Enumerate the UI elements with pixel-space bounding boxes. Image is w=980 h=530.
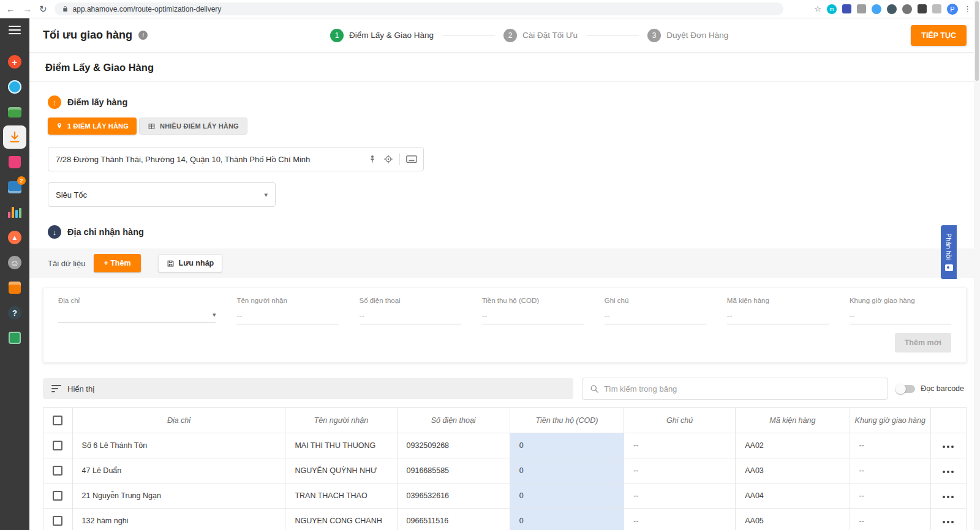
cell-cod[interactable]: 0 — [510, 509, 624, 530]
cell-phone[interactable]: 0966511516 — [397, 509, 510, 530]
row-actions-icon[interactable] — [940, 443, 956, 450]
add-button[interactable]: + Thêm — [94, 254, 140, 272]
cell-address[interactable]: 132 hàm nghi — [72, 509, 285, 530]
cell-recipient[interactable]: NGUYEN CONG CHANH — [285, 509, 397, 530]
cell-recipient[interactable]: NGUYỄN QUỲNH NHƯ — [285, 458, 397, 483]
select-all-checkbox[interactable] — [53, 416, 62, 425]
forward-icon[interactable]: → — [23, 4, 32, 14]
sidebar-item-community[interactable] — [3, 326, 26, 349]
sidebar-item-referral[interactable]: ▲ — [3, 226, 26, 249]
cell-package-code[interactable]: AA02 — [736, 433, 850, 458]
row-checkbox[interactable] — [53, 441, 62, 450]
row-checkbox[interactable] — [53, 491, 62, 501]
column-header-phone[interactable]: Số điện thoại — [397, 408, 510, 433]
download-extension-icon[interactable] — [857, 4, 866, 13]
cell-cod[interactable]: 0 — [510, 433, 624, 458]
scrollbar-thumb[interactable] — [975, 1, 979, 81]
cell-package-code[interactable]: AA05 — [736, 509, 850, 530]
column-header-note[interactable]: Ghi chú — [624, 408, 736, 433]
puzzle-extension-icon[interactable] — [918, 4, 927, 13]
back-icon[interactable]: ← — [6, 4, 15, 14]
sidebar-item-route-optimization[interactable] — [3, 125, 26, 149]
column-header-recipient[interactable]: Tên người nhận — [285, 408, 397, 433]
extension-icon[interactable] — [842, 4, 851, 13]
extension-icon[interactable]: m — [827, 4, 837, 14]
bookmark-star-icon[interactable]: ☆ — [814, 4, 821, 13]
cell-recipient[interactable]: TRAN THACH THAO — [285, 483, 397, 509]
display-columns-button[interactable]: Hiển thị — [43, 378, 573, 399]
step-pickup-delivery[interactable]: 1 Điểm Lấy & Giao Hàng — [330, 29, 434, 42]
browser-menu-icon[interactable]: ⋮ — [963, 4, 971, 13]
continue-button[interactable]: TIẾP TỤC — [911, 25, 967, 46]
step-review-orders[interactable]: 3 Duyệt Đơn Hàng — [647, 29, 728, 42]
cell-note[interactable]: -- — [624, 433, 736, 458]
cell-package-code[interactable]: AA04 — [736, 483, 850, 509]
tab-single-pickup[interactable]: 1 ĐIỂM LẤY HÀNG — [48, 118, 137, 135]
cell-address[interactable]: Số 6 Lê Thánh Tôn — [72, 433, 285, 458]
package-code-input[interactable]: -- — [727, 311, 829, 324]
column-header-cod[interactable]: Tiền thu hộ (COD) — [510, 408, 624, 433]
save-draft-button[interactable]: Lưu nháp — [158, 254, 223, 272]
cell-package-code[interactable]: AA03 — [736, 458, 850, 483]
cell-recipient[interactable]: MAI THI THU THUONG — [285, 433, 397, 458]
cell-time-window[interactable]: -- — [850, 458, 930, 483]
add-new-button[interactable]: Thêm mới — [895, 333, 951, 353]
row-actions-icon[interactable] — [940, 518, 956, 526]
cell-note[interactable]: -- — [624, 483, 736, 509]
address-bar[interactable]: app.ahamove.com/route-optimization-deliv… — [55, 2, 783, 15]
cell-phone[interactable]: 0932509268 — [397, 433, 510, 458]
cell-phone[interactable]: 0396532616 — [397, 483, 510, 509]
cod-input[interactable]: -- — [482, 311, 584, 324]
column-header-address[interactable]: Địa chỉ — [72, 408, 285, 433]
sidebar-item-wallet[interactable] — [3, 100, 26, 124]
recipient-name-input[interactable]: -- — [236, 311, 338, 324]
sidebar-item-orders[interactable]: 2 — [3, 176, 26, 199]
feedback-tab[interactable]: Phản hồi — [941, 225, 957, 279]
sidebar-item-create-order[interactable]: + — [3, 50, 26, 73]
table-search-input[interactable] — [604, 384, 880, 394]
cell-phone[interactable]: 0916685585 — [397, 458, 510, 483]
cell-time-window[interactable]: -- — [850, 433, 930, 458]
cell-cod[interactable]: 0 — [510, 483, 624, 509]
phone-input[interactable]: -- — [360, 311, 461, 324]
pickup-address-input[interactable] — [48, 155, 368, 164]
cell-address[interactable]: 47 Lê Duẩn — [72, 458, 285, 483]
time-window-input[interactable]: -- — [850, 311, 951, 324]
row-actions-icon[interactable] — [940, 468, 956, 476]
cell-address[interactable]: 21 Nguyễn Trung Ngạn — [72, 483, 285, 509]
barcode-toggle[interactable] — [897, 385, 915, 393]
notes-extension-icon[interactable] — [932, 4, 941, 13]
cell-time-window[interactable]: -- — [850, 483, 930, 509]
sidebar-item-store[interactable] — [3, 276, 26, 299]
page-scrollbar[interactable] — [974, 0, 980, 530]
cell-note[interactable]: -- — [624, 458, 736, 483]
address-select[interactable]: ▾ — [58, 311, 216, 323]
profile-avatar[interactable]: P — [947, 4, 958, 15]
sidebar-item-statistics[interactable] — [3, 201, 26, 224]
sidebar-item-help[interactable]: ? — [3, 301, 26, 324]
sidebar-item-promotions[interactable] — [3, 151, 26, 174]
refresh-icon[interactable]: ↻ — [39, 4, 47, 15]
note-input[interactable]: -- — [605, 311, 706, 324]
step-optimization-settings[interactable]: 2 Cài Đặt Tối Ưu — [503, 29, 578, 42]
locate-target-icon[interactable] — [383, 154, 393, 164]
info-icon[interactable]: i — [138, 31, 148, 40]
row-checkbox[interactable] — [53, 516, 62, 526]
service-select[interactable]: Siêu Tốc ▾ — [48, 182, 276, 207]
cell-cod[interactable]: 0 — [510, 458, 624, 483]
account-extension-icon[interactable] — [902, 4, 912, 14]
shield-extension-icon[interactable] — [887, 4, 897, 14]
row-checkbox[interactable] — [53, 466, 62, 476]
column-header-time-window[interactable]: Khung giờ giao hàng — [850, 408, 930, 433]
cell-time-window[interactable]: -- — [850, 509, 930, 530]
sidebar-item-history[interactable] — [3, 75, 26, 99]
street-view-icon[interactable] — [368, 154, 377, 164]
keyboard-icon[interactable] — [406, 155, 417, 163]
tab-multiple-pickup[interactable]: NHIỀU ĐIỂM LẤY HÀNG — [139, 118, 247, 135]
sidebar-item-contacts[interactable]: ☺ — [3, 251, 26, 274]
menu-icon[interactable] — [9, 26, 21, 34]
chat-extension-icon[interactable] — [872, 4, 881, 14]
column-header-package-code[interactable]: Mã kiện hàng — [736, 408, 850, 433]
cell-note[interactable]: -- — [624, 509, 736, 530]
row-actions-icon[interactable] — [940, 493, 956, 501]
